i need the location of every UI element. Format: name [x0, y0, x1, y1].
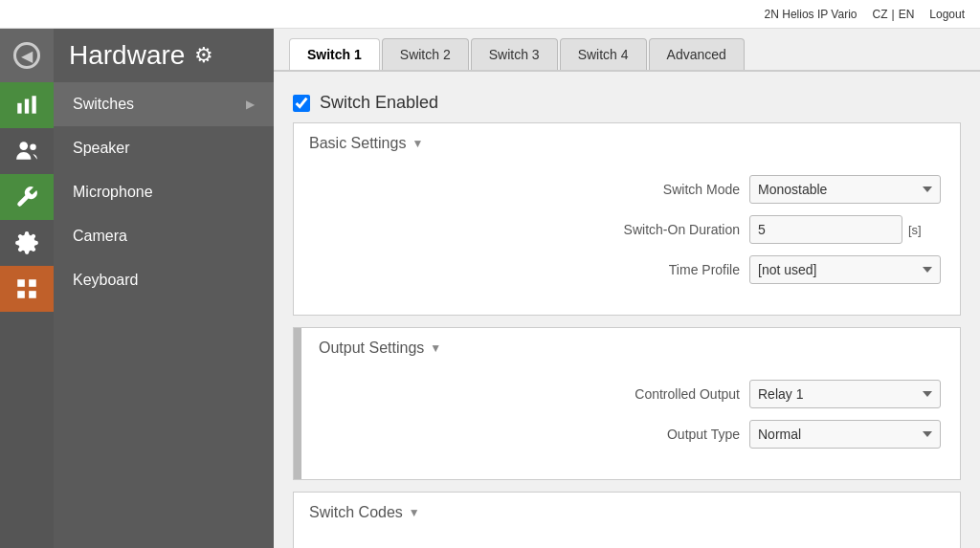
menu-item-camera[interactable]: Camera: [54, 214, 274, 258]
switch-on-duration-control: 5 [s]: [749, 215, 941, 244]
switch-codes-section: Switch Codes ▼ CODE ACCESSIBILITY TIME P…: [293, 492, 961, 548]
controlled-output-label: Controlled Output: [587, 386, 740, 402]
svg-rect-8: [17, 291, 25, 298]
nav-icon-users[interactable]: [0, 128, 54, 174]
svg-rect-0: [17, 103, 21, 114]
chart-icon: [14, 93, 39, 118]
chevron-right-icon: ▶: [246, 98, 255, 111]
lang-en[interactable]: EN: [899, 8, 915, 21]
time-profile-row: Time Profile [not used] Profile 1 Profil…: [313, 255, 941, 284]
output-settings-body: Controlled Output Relay 1 Relay 2 OSDP O…: [303, 368, 960, 479]
tab-switch3[interactable]: Switch 3: [471, 38, 558, 70]
output-settings-section: Output Settings ▼ Controlled Output Rela…: [293, 327, 961, 480]
menu-item-microphone[interactable]: Microphone: [54, 170, 274, 214]
topbar: 2N Helios IP Vario CZ | EN Logout: [0, 0, 980, 29]
svg-rect-6: [17, 279, 25, 287]
svg-rect-9: [29, 291, 36, 298]
basic-settings-header[interactable]: Basic Settings ▼: [294, 123, 960, 164]
switch-enabled-label: Switch Enabled: [320, 93, 438, 113]
switch-codes-title: Switch Codes: [309, 504, 403, 521]
icon-sidebar: ◀: [0, 29, 54, 548]
basic-settings-body: Switch Mode Monostable Bistable Monostab…: [294, 164, 960, 315]
lang-cz[interactable]: CZ: [873, 8, 888, 21]
bracket-top: [294, 328, 301, 340]
tab-switch2[interactable]: Switch 2: [382, 38, 469, 70]
menu-item-speaker-label: Speaker: [73, 140, 130, 157]
basic-settings-title: Basic Settings: [309, 135, 406, 152]
settings-icon: [14, 230, 39, 255]
device-name: 2N Helios IP Vario: [765, 8, 858, 21]
tab-switch4[interactable]: Switch 4: [560, 38, 647, 70]
tab-bar: Switch 1 Switch 2 Switch 3 Switch 4 Adva…: [274, 29, 980, 72]
output-settings-title: Output Settings: [319, 340, 424, 357]
tab-advanced[interactable]: Advanced: [649, 38, 745, 70]
tab-switch1[interactable]: Switch 1: [289, 38, 380, 70]
svg-rect-2: [32, 96, 35, 113]
app-title-gear-icon: ⚙: [194, 43, 213, 68]
app-title-text: Hardware: [69, 40, 185, 71]
content-area: Switch 1 Switch 2 Switch 3 Switch 4 Adva…: [274, 29, 980, 548]
tools-icon: [14, 185, 39, 209]
logout-button[interactable]: Logout: [929, 8, 965, 21]
menu-item-speaker[interactable]: Speaker: [54, 126, 274, 170]
menu-item-keyboard-label: Keyboard: [73, 272, 139, 289]
basic-settings-section: Basic Settings ▼ Switch Mode Monostable …: [293, 122, 961, 316]
grid-icon: [14, 276, 39, 301]
menu-item-switches-label: Switches: [73, 96, 134, 113]
main-layout: ◀ Hardwar: [0, 29, 980, 548]
switch-on-duration-row: Switch-On Duration 5 [s]: [313, 215, 941, 244]
switch-mode-select[interactable]: Monostable Bistable Monostable (security…: [749, 175, 941, 204]
menu-item-camera-label: Camera: [73, 228, 127, 245]
output-type-row: Output Type Normal Inverted: [323, 420, 941, 449]
menu-item-keyboard[interactable]: Keyboard: [54, 258, 274, 302]
svg-point-3: [19, 142, 28, 150]
svg-point-4: [30, 143, 36, 150]
output-settings-caret-icon: ▼: [430, 341, 441, 355]
nav-icon-tools[interactable]: [0, 174, 54, 220]
controlled-output-select[interactable]: Relay 1 Relay 2 OSDP Output 1: [749, 380, 941, 408]
controlled-output-control: Relay 1 Relay 2 OSDP Output 1: [749, 380, 941, 408]
time-profile-select[interactable]: [not used] Profile 1 Profile 2: [749, 255, 941, 284]
menu-item-switches[interactable]: Switches ▶: [54, 82, 274, 126]
bracket-bottom: [294, 468, 301, 479]
output-settings-header[interactable]: Output Settings ▼: [303, 328, 960, 368]
output-settings-inner: Output Settings ▼ Controlled Output Rela…: [303, 328, 960, 479]
back-arrow-icon: ◀: [13, 42, 40, 69]
switch-codes-header[interactable]: Switch Codes ▼: [294, 493, 960, 533]
basic-settings-caret-icon: ▼: [412, 137, 423, 150]
switch-on-duration-label: Switch-On Duration: [587, 222, 740, 237]
users-icon: [14, 139, 39, 164]
switch-on-duration-input[interactable]: 5: [749, 215, 902, 244]
lang-separator: |: [892, 8, 895, 21]
time-profile-label: Time Profile: [587, 262, 740, 277]
nav-icon-settings[interactable]: [0, 220, 54, 266]
switch-mode-label: Switch Mode: [587, 182, 740, 197]
output-type-select[interactable]: Normal Inverted: [749, 420, 941, 449]
controlled-output-row: Controlled Output Relay 1 Relay 2 OSDP O…: [323, 380, 941, 408]
switch-on-duration-unit: [s]: [908, 223, 927, 237]
switch-enabled-row: Switch Enabled: [293, 83, 961, 122]
svg-rect-1: [25, 99, 29, 114]
content-body: Switch Enabled Basic Settings ▼ Switch M…: [274, 72, 980, 548]
nav-icon-chart[interactable]: [0, 82, 54, 128]
switch-mode-row: Switch Mode Monostable Bistable Monostab…: [313, 175, 941, 204]
output-type-control: Normal Inverted: [749, 420, 941, 449]
switch-mode-control: Monostable Bistable Monostable (security…: [749, 175, 941, 204]
switch-codes-caret-icon: ▼: [409, 506, 420, 519]
bracket-decoration: [294, 328, 301, 479]
switch-codes-body: CODE ACCESSIBILITY TIME PROFILE 1 00: [294, 533, 960, 548]
nav-icon-grid[interactable]: [0, 266, 54, 312]
menu-item-microphone-label: Microphone: [73, 184, 153, 201]
language-switcher[interactable]: CZ | EN: [873, 8, 915, 21]
output-type-label: Output Type: [587, 427, 740, 442]
time-profile-control: [not used] Profile 1 Profile 2: [749, 255, 941, 284]
back-button[interactable]: ◀: [0, 29, 54, 82]
switch-enabled-checkbox[interactable]: [293, 95, 310, 112]
left-menu: Hardware ⚙ Switches ▶ Speaker Microphone…: [54, 29, 274, 548]
app-title: Hardware ⚙: [54, 29, 274, 82]
svg-rect-7: [29, 279, 36, 287]
